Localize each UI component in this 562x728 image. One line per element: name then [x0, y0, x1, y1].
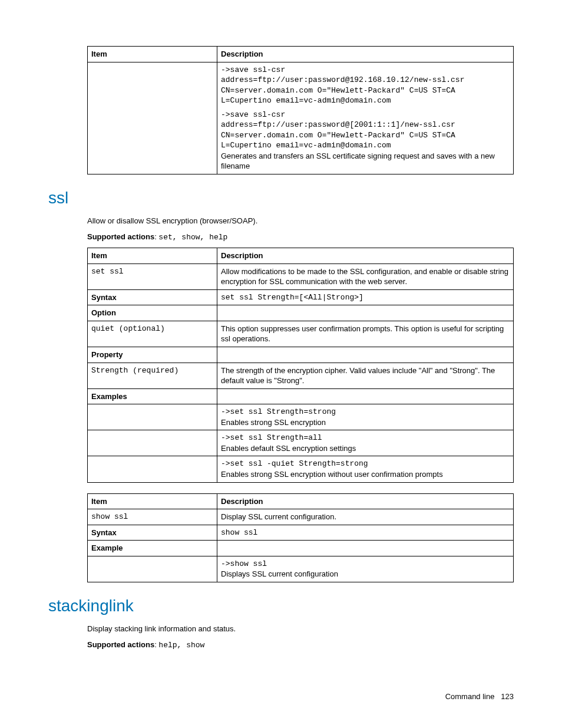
syntax-label: Syntax	[88, 289, 217, 305]
table-row: set ssl Allow modifications to be made t…	[88, 263, 514, 289]
code-line: L=Cupertino email=vc-admin@domain.com	[221, 95, 510, 106]
supported-actions-label: Supported actions	[87, 640, 154, 649]
table-row: ->show ssl Displays SSL current configur…	[88, 556, 514, 582]
code-line: CN=server.domain.com O="Hewlett-Packard"…	[221, 130, 510, 141]
table-row: show ssl Display SSL current configurati…	[88, 509, 514, 525]
example-command: ->set ssl -quiet Strength=strong	[221, 459, 510, 469]
code-line: address=ftp://user:password@192.168.10.1…	[221, 75, 510, 85]
page-footer: Command line 123	[445, 692, 514, 701]
code-line: CN=server.domain.com O="Hewlett-Packard"…	[221, 85, 510, 96]
example-description: Enables strong SSL encryption without us…	[221, 469, 510, 480]
supported-actions-label: Supported actions	[87, 232, 154, 241]
table-header-description: Description	[217, 493, 514, 509]
syntax-label: Syntax	[88, 525, 217, 541]
example-description: Enables strong SSL encryption	[221, 417, 510, 428]
table-row: Option	[88, 305, 514, 321]
syntax-value: show ssl	[217, 525, 514, 541]
table-ssl-csr-examples: Item Description ->save ssl-csr address=…	[87, 46, 514, 174]
option-name: quiet (optional)	[88, 321, 217, 347]
example-description: Generates and transfers an SSL certifica…	[221, 151, 510, 172]
table-header-item: Item	[88, 47, 217, 62]
property-description: The strength of the encryption cipher. V…	[217, 363, 514, 388]
table-row: ->set ssl Strength=strong Enables strong…	[88, 404, 514, 430]
property-label: Property	[88, 347, 217, 363]
supported-actions-value: set, show, help	[158, 233, 227, 242]
command-name: show ssl	[88, 509, 217, 525]
code-line: ->save ssl-csr	[221, 65, 510, 75]
example-command: ->set ssl Strength=all	[221, 433, 510, 443]
table-row: Example	[88, 541, 514, 556]
command-description: Allow modifications to be made to the SS…	[217, 263, 514, 289]
footer-label: Command line	[445, 692, 495, 701]
option-label: Option	[88, 305, 217, 321]
table-row: ->set ssl Strength=all Enables default S…	[88, 430, 514, 456]
table-row: Syntax set ssl Strength=[<All|Strong>]	[88, 289, 514, 305]
table-header-item: Item	[88, 493, 217, 509]
property-name: Strength (required)	[88, 363, 217, 388]
table-row: Examples	[88, 388, 514, 404]
section-heading-ssl: ssl	[48, 189, 514, 207]
stackinglink-supported-actions: Supported actions: help, show	[87, 640, 514, 650]
command-description: Display SSL current configuration.	[217, 509, 514, 525]
command-name: set ssl	[88, 263, 217, 289]
stackinglink-intro: Display stacking link information and st…	[87, 624, 514, 634]
table-row: Property	[88, 347, 514, 363]
example-label: Example	[88, 541, 217, 556]
ssl-intro: Allow or disallow SSL encryption (browse…	[87, 216, 514, 226]
table-set-ssl: Item Description set ssl Allow modificat…	[87, 248, 514, 482]
table-header-description: Description	[217, 47, 514, 62]
table-header-description: Description	[217, 248, 514, 264]
example-description: Displays SSL current configuration	[221, 569, 510, 579]
table-row: Syntax show ssl	[88, 525, 514, 541]
example-description: Enables default SSL encryption settings	[221, 443, 510, 454]
page-number: 123	[501, 692, 514, 701]
section-heading-stackinglink: stackinglink	[48, 597, 514, 615]
example-command: ->show ssl	[221, 559, 510, 569]
examples-label: Examples	[88, 388, 217, 404]
option-description: This option suppresses user confirmation…	[217, 321, 514, 347]
example-command: ->set ssl Strength=strong	[221, 407, 510, 417]
table-row: ->set ssl -quiet Strength=strong Enables…	[88, 456, 514, 482]
supported-actions-value: help, show	[158, 641, 204, 650]
table-row: quiet (optional) This option suppresses …	[88, 321, 514, 347]
code-line: L=Cupertino email=vc-admin@domain.com	[221, 140, 510, 151]
code-line: address=ftp://user:password@[2001:1::1]/…	[221, 120, 510, 130]
table-row: ->save ssl-csr address=ftp://user:passwo…	[88, 62, 514, 174]
table-show-ssl: Item Description show ssl Display SSL cu…	[87, 493, 514, 582]
table-header-item: Item	[88, 248, 217, 264]
table-row: Strength (required) The strength of the …	[88, 363, 514, 388]
syntax-value: set ssl Strength=[<All|Strong>]	[217, 289, 514, 305]
ssl-supported-actions: Supported actions: set, show, help	[87, 232, 514, 242]
code-line: ->save ssl-csr	[221, 110, 510, 120]
